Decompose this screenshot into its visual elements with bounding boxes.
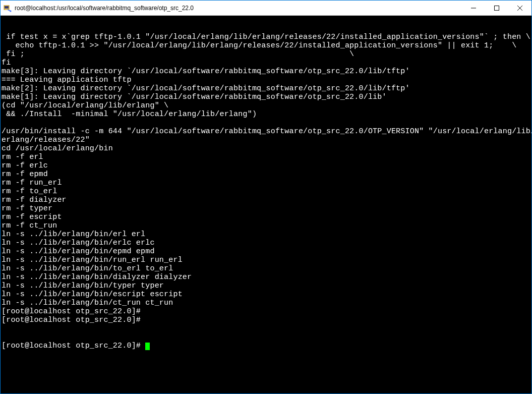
terminal-line: === Leaving application tftp xyxy=(2,76,530,84)
svg-rect-5 xyxy=(495,6,499,10)
terminal-line: ln -s ../lib/erlang/bin/dialyzer dialyze… xyxy=(2,273,530,282)
terminal-line: erlang/releases/22" xyxy=(2,136,530,144)
terminal-line: rm -f dialyzer xyxy=(2,196,530,204)
terminal-line: [root@localhost otp_src_22.0]# xyxy=(2,307,530,316)
terminal-line: /usr/bin/install -c -m 644 "/usr/local/s… xyxy=(2,127,530,136)
terminal-line: rm -f to_erl xyxy=(2,187,530,196)
terminal-line: rm -f ct_run xyxy=(2,221,530,230)
terminal-line xyxy=(2,119,530,127)
window-controls xyxy=(462,1,531,15)
titlebar: root@localhost:/usr/local/software/rabbi… xyxy=(1,1,531,16)
maximize-button[interactable] xyxy=(485,1,508,15)
terminal-line: make[2]: Leaving directory `/usr/local/s… xyxy=(2,84,530,93)
cursor xyxy=(145,343,150,350)
terminal-line: ln -s ../lib/erlang/bin/to_erl to_erl xyxy=(2,264,530,273)
terminal-line: echo tftp-1.0.1 >> "/usr/local/erlang/li… xyxy=(2,41,530,50)
close-button[interactable] xyxy=(508,1,531,15)
svg-point-3 xyxy=(10,10,12,12)
terminal-line: ln -s ../lib/erlang/bin/erlc erlc xyxy=(2,239,530,247)
terminal-line: if test x = x`grep tftp-1.0.1 "/usr/loca… xyxy=(2,33,530,41)
putty-icon xyxy=(4,4,12,12)
prompt-line: [root@localhost otp_src_22.0]# xyxy=(2,342,530,350)
terminal-line: rm -f erlc xyxy=(2,161,530,170)
terminal-line: ln -s ../lib/erlang/bin/epmd epmd xyxy=(2,247,530,256)
terminal-line: ln -s ../lib/erlang/bin/escript escript xyxy=(2,290,530,299)
svg-rect-1 xyxy=(5,6,9,9)
terminal-line: [root@localhost otp_src_22.0]# xyxy=(2,316,530,324)
terminal-line: rm -f epmd xyxy=(2,170,530,179)
terminal-line: ln -s ../lib/erlang/bin/ct_run ct_run xyxy=(2,299,530,307)
terminal-line: fi xyxy=(2,59,530,67)
window-title: root@localhost:/usr/local/software/rabbi… xyxy=(15,5,462,12)
terminal-line: fi ; \ xyxy=(2,50,530,59)
terminal-line: rm -f erl xyxy=(2,153,530,161)
terminal-line: make[3]: Leaving directory `/usr/local/s… xyxy=(2,67,530,76)
terminal-line: rm -f typer xyxy=(2,204,530,213)
terminal-line: rm -f run_erl xyxy=(2,179,530,187)
terminal-line: && ./Install -minimal "/usr/local/erlang… xyxy=(2,110,530,119)
terminal-line: ln -s ../lib/erlang/bin/erl erl xyxy=(2,230,530,239)
terminal-line: ln -s ../lib/erlang/bin/typer typer xyxy=(2,282,530,290)
terminal-line: make[1]: Leaving directory `/usr/local/s… xyxy=(2,93,530,101)
prompt-text: [root@localhost otp_src_22.0]# xyxy=(2,342,145,350)
terminal-line: rm -f escript xyxy=(2,213,530,221)
terminal-line: ln -s ../lib/erlang/bin/run_erl run_erl xyxy=(2,256,530,264)
minimize-button[interactable] xyxy=(462,1,485,15)
terminal-line: (cd "/usr/local/erlang/lib/erlang" \ xyxy=(2,101,530,110)
terminal-line: cd /usr/local/erlang/bin xyxy=(2,144,530,153)
terminal-output: if test x = x`grep tftp-1.0.1 "/usr/loca… xyxy=(2,33,530,324)
terminal[interactable]: if test x = x`grep tftp-1.0.1 "/usr/loca… xyxy=(1,16,531,393)
